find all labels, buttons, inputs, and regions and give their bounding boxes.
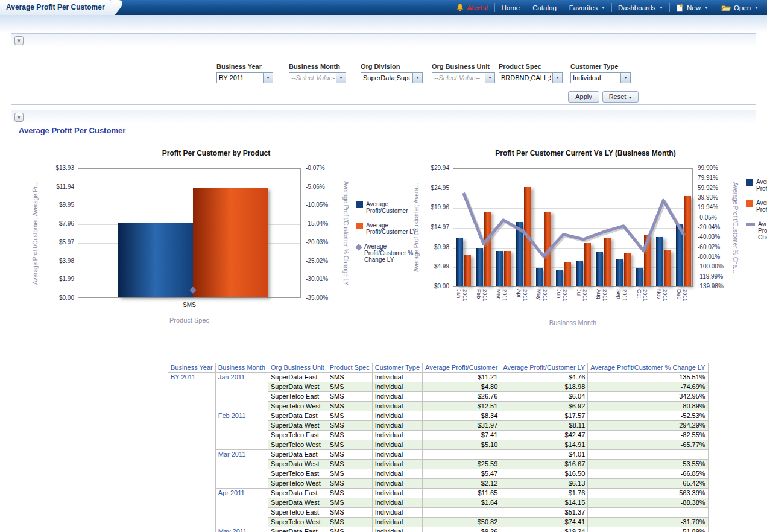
table-cell: $12.51 [423,402,500,411]
table-row: May 2011SuperData EastSMSIndividual$9.26… [168,527,709,532]
right-axis-tick: -100.00% [698,263,724,270]
legend-item: Average Profit/Customer % Change LY [356,243,417,263]
dropdown-arrow-icon[interactable]: ▼ [412,73,422,83]
dropdown-arrow-icon[interactable]: ▼ [620,73,630,83]
dropdown-arrow-icon[interactable]: ▼ [485,73,494,83]
nav-item-dashboards[interactable]: Dashboards▼ [612,2,669,13]
column-header: Product Spec [327,363,372,373]
pct-change-line [453,169,693,287]
table-cell [588,508,708,518]
right-axis-tick: -80.01% [698,253,720,260]
caret-down-icon: ▼ [628,95,632,100]
global-header-bar: Average Profit Per Customer Alerts!HomeC… [0,0,767,15]
table-cell: $5.47 [423,469,500,479]
table-cell: SuperData East [268,373,327,382]
filter-select-value: Individual [573,73,619,83]
results-table: Business YearBusiness MonthOrg Business … [168,363,709,532]
nav-item-catalog[interactable]: Catalog [526,2,563,13]
open-folder-icon [721,4,731,11]
right-axis-tick: -35.00% [306,294,328,301]
table-cell: SuperTelco East [268,469,327,479]
nav-item-new[interactable]: New▼ [670,2,715,13]
table-cell: Individual [372,450,422,460]
table-cell: Individual [372,498,422,508]
chart-legend: Average Profit/CustomerAverage Profit/Cu… [356,201,417,263]
x-category-label: SMS [78,302,301,308]
nav-item-favorites[interactable]: Favorites▼ [563,2,611,13]
alerts-item[interactable]: Alerts! [450,2,494,13]
table-cell: Individual [372,431,422,440]
x-category-label: Nov 2011 [656,289,668,318]
table-cell: SMS [327,440,372,450]
table-cell: $5.10 [423,440,500,450]
filter-select-business-month[interactable]: --Select Value--▼ [289,72,346,83]
table-cell: Individual [372,440,422,450]
dropdown-arrow-icon[interactable]: ▼ [336,73,346,83]
table-cell: $16.67 [500,460,588,469]
table-row: Mar 2011SuperData EastSMSIndividual$4.01 [168,450,709,460]
filter-select-org-business-unit[interactable]: --Select Value--▼ [432,72,495,83]
plot-area [78,168,301,298]
left-axis-title: Average Profit/Customer, Average Pr... [32,168,40,298]
table-cell: Individual [372,460,422,469]
table-cell: Individual [372,421,422,431]
table-cell: Individual [372,373,422,382]
table-cell: SuperTelco East [268,508,327,518]
filter-group-1: Business Month--Select Value--▼ [289,63,346,83]
right-axis-title: Average Profit/Customer % Change LY [341,168,349,298]
table-cell: SuperTelco West [268,402,327,411]
filter-label: Org Division [361,63,423,70]
column-header: Org Business Unit [268,363,327,373]
filter-select-product-spec[interactable]: BRDBND;CALL;SM▼ [499,72,563,83]
table-cell: $50.82 [423,518,500,527]
filter-select-business-year[interactable]: BY 2011▼ [216,72,273,83]
left-axis-tick: $7.96 [39,220,74,227]
x-category-label: Feb 2011 [476,289,488,318]
nav-item-home[interactable]: Home [495,2,526,13]
legend-label: Average Profit/Customer [366,201,417,214]
table-cell: SMS [327,450,372,460]
alerts-label: Alerts! [467,4,488,11]
filter-group-4: Product SpecBRDBND;CALL;SM▼ [499,63,563,83]
dropdown-arrow-icon[interactable]: ▼ [552,73,562,83]
x-axis-title: Product Spec [78,317,301,324]
filter-select-org-division[interactable]: SuperData;Super▼ [361,72,423,83]
table-cell: $17.57 [500,411,588,421]
dashboard-page-tab[interactable]: Average Profit Per Customer [0,0,115,15]
table-cell: Individual [372,402,422,411]
caret-down-icon: ▼ [659,5,663,10]
column-header: Business Year [168,363,216,373]
right-axis-tick: -30.01% [306,276,328,282]
x-category-label: Jan 2011 [456,289,468,318]
table-cell: SMS [327,489,372,498]
reset-button[interactable]: Reset ▼ [602,91,639,103]
collapse-panel-button[interactable]: ∨ [14,36,24,45]
table-cell: Individual [372,527,422,532]
x-category-label: Sep 2011 [616,289,628,318]
table-cell: SMS [327,431,372,440]
right-axis-tick: 39.93% [698,194,718,201]
table-cell: SuperTelco East [268,392,327,402]
table-cell: SMS [327,382,372,392]
filter-select-value: BRDBND;CALL;SM [501,73,551,83]
table-row: Apr 2011SuperData EastSMSIndividual$11.6… [168,489,709,498]
left-axis-tick: $9.98 [419,244,449,250]
collapse-panel-button[interactable]: ∨ [14,113,24,122]
table-cell: SMS [327,411,372,421]
table-cell: SMS [327,518,372,527]
column-header: Average Profit/Customer [423,363,500,373]
avg-profit-ly-bar-sms [193,188,268,297]
apply-button[interactable]: Apply [568,91,599,103]
nav-item-open[interactable]: Open▼ [715,2,765,13]
left-axis-title: Average Profit/Customer, Avera... [413,168,421,287]
table-cell: $51.37 [500,508,588,518]
column-header: Average Profit/Customer % Change LY [588,363,708,373]
avg-profit-bar-sms [118,223,193,297]
filter-select-customer-type[interactable]: Individual▼ [570,72,631,83]
filter-label: Business Month [289,63,346,70]
table-cell: 135.51% [588,373,708,382]
filter-label: Product Spec [499,63,563,70]
caret-down-icon: ▼ [704,5,709,10]
legend-item: Average Profit/Customer [746,179,767,192]
dropdown-arrow-icon[interactable]: ▼ [263,73,273,83]
